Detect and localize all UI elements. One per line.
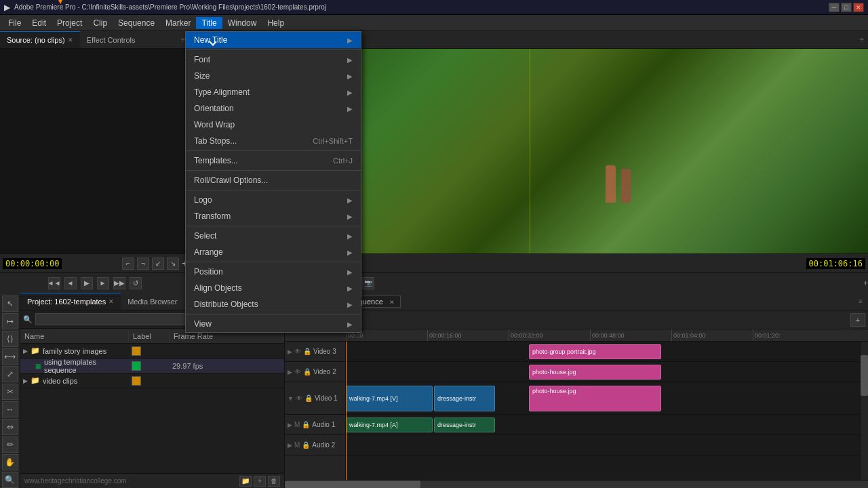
transform-arrow: ▶	[347, 213, 353, 220]
select-arrow: ▶	[347, 232, 353, 240]
menu-dd-logo[interactable]: Logo ▶	[186, 192, 361, 208]
menu-dd-select[interactable]: Select ▶	[186, 228, 361, 244]
menu-dd-tab-stops[interactable]: Tab Stops... Ctrl+Shift+T	[186, 133, 361, 149]
font-arrow: ▶	[347, 56, 353, 64]
view-arrow: ▶	[347, 321, 353, 328]
menu-dd-position[interactable]: Position ▶	[186, 264, 361, 280]
separator-5	[186, 226, 361, 226]
menu-dd-align-objects[interactable]: Align Objects ▶	[186, 280, 361, 296]
menu-dd-new-title[interactable]: New Title ▶	[186, 32, 361, 48]
separator-1	[186, 49, 361, 50]
menu-dd-templates[interactable]: Templates... Ctrl+J	[186, 152, 361, 169]
logo-arrow: ▶	[347, 197, 353, 204]
menu-dd-roll-crawl[interactable]: Roll/Crawl Options...	[186, 172, 361, 188]
menu-dd-font[interactable]: Font ▶	[186, 52, 361, 68]
menu-dd-type-alignment[interactable]: Type Alignment ▶	[186, 84, 361, 100]
separator-2	[186, 150, 361, 151]
orientation-arrow: ▶	[347, 105, 353, 113]
menu-dd-arrange[interactable]: Arrange ▶	[186, 244, 361, 260]
separator-7	[186, 314, 361, 314]
size-arrow: ▶	[347, 73, 353, 80]
position-arrow: ▶	[347, 268, 353, 276]
title-menu-dropdown: New Title ▶ Font ▶ Size ▶ Type Alignment…	[185, 31, 361, 333]
arrange-arrow: ▶	[347, 249, 353, 256]
menu-dd-orientation[interactable]: Orientation ▶	[186, 100, 361, 117]
separator-4	[186, 190, 361, 190]
new-title-arrow: ▶	[347, 37, 353, 44]
distribute-objects-arrow: ▶	[347, 301, 353, 308]
dropdown-overlay[interactable]	[0, 0, 868, 488]
separator-6	[186, 262, 361, 262]
type-alignment-arrow: ▶	[347, 89, 353, 96]
menu-dd-word-wrap[interactable]: Word Wrap	[186, 117, 361, 133]
tab-stops-shortcut: Ctrl+Shift+T	[313, 137, 353, 145]
menu-dd-transform[interactable]: Transform ▶	[186, 208, 361, 224]
separator-3	[186, 170, 361, 171]
templates-shortcut: Ctrl+J	[333, 157, 353, 165]
align-objects-arrow: ▶	[347, 285, 353, 292]
menu-dd-view[interactable]: View ▶	[186, 316, 361, 332]
menu-dd-size[interactable]: Size ▶	[186, 68, 361, 84]
menu-dd-distribute-objects[interactable]: Distribute Objects ▶	[186, 296, 361, 312]
